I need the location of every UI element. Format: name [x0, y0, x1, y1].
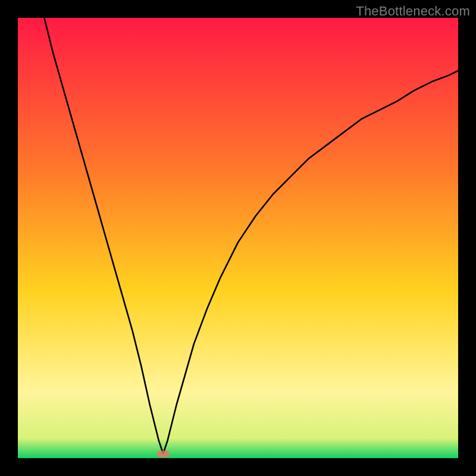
bottleneck-chart: [18, 18, 458, 458]
gradient-background: [18, 18, 458, 458]
watermark-text: TheBottleneck.com: [356, 4, 470, 19]
svg-rect-0: [156, 451, 170, 458]
chart-container: [18, 18, 458, 458]
minimum-marker: [156, 451, 170, 458]
